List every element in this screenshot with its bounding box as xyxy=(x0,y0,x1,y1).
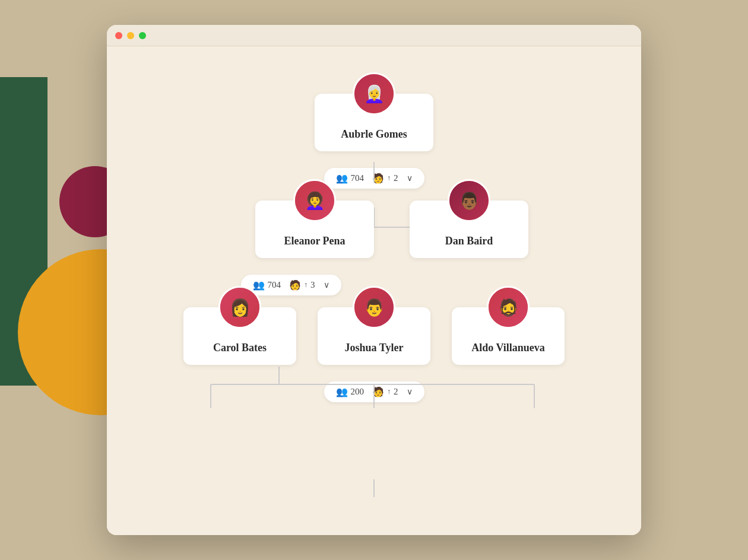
root-connector-row: 👥 704 🧑 ↑ 2 ∨ xyxy=(324,168,424,189)
avatar-joshua: 👨 xyxy=(353,286,395,329)
level3-people-icon: 👥 xyxy=(336,386,348,397)
row-level2: 👩‍🦱 Eleanor Pena 👨🏾 Dan Baird xyxy=(119,201,629,258)
person-card-dan[interactable]: 👨🏾 Dan Baird xyxy=(410,201,528,258)
people-icon: 👥 xyxy=(336,173,348,184)
titlebar xyxy=(107,25,641,46)
level2-direct-count-group: 🧑 ↑ 3 xyxy=(289,279,315,291)
avatar-aldo: 🧔 xyxy=(487,286,530,329)
level3-people-up-icon: 🧑 xyxy=(372,386,384,397)
people-up-icon: 🧑 xyxy=(372,173,384,184)
person-card-joshua[interactable]: 👨 Joshua Tyler xyxy=(318,307,430,365)
person-name-aubrle: Aubrle Gomes xyxy=(341,128,407,141)
minimize-button[interactable] xyxy=(127,32,134,39)
level3-team-count-group: 👥 200 xyxy=(336,386,365,397)
row-level3: 👩 Carol Bates 👨 Joshua Tyler 🧔 Aldo Vill… xyxy=(119,307,629,365)
level3-connector-row: 👥 200 🧑 ↑ 2 ∨ xyxy=(324,381,424,402)
level3-team-count: 200 xyxy=(351,387,365,397)
person-card-eleanor[interactable]: 👩‍🦱 Eleanor Pena xyxy=(255,201,374,258)
level2-team-count: 704 xyxy=(268,280,281,290)
person-card-aubrle[interactable]: 👩‍🦳 Aubrle Gomes xyxy=(315,94,433,151)
person-name-carol: Carol Bates xyxy=(213,342,267,354)
app-window: 👩‍🦳 Aubrle Gomes 👥 704 🧑 ↑ 2 ∨ xyxy=(107,25,641,535)
person-name-aldo: Aldo Villanueva xyxy=(471,342,545,354)
level3-direct-count-group: 🧑 ↑ 2 xyxy=(372,386,398,397)
person-card-aldo[interactable]: 🧔 Aldo Villanueva xyxy=(452,307,565,365)
level3-connector-chevron[interactable]: ∨ xyxy=(407,387,413,397)
level2-direct-count: 3 xyxy=(310,280,315,290)
avatar-carol: 👩 xyxy=(218,286,261,329)
avatar-dan: 👨🏾 xyxy=(448,179,490,222)
level2-people-up-icon: 🧑 xyxy=(289,279,301,291)
avatar-aubrle: 👩‍🦳 xyxy=(353,72,395,115)
row-root: 👩‍🦳 Aubrle Gomes xyxy=(119,94,629,151)
level2-connector-pill[interactable]: 👥 704 🧑 ↑ 3 ∨ xyxy=(241,275,341,295)
level2-team-count-group: 👥 704 xyxy=(253,279,281,291)
person-name-eleanor: Eleanor Pena xyxy=(284,235,345,247)
level2-connector-chevron[interactable]: ∨ xyxy=(324,280,329,290)
direct-count-group: 🧑 ↑ 2 xyxy=(372,173,398,184)
root-direct-count: 2 xyxy=(394,173,398,183)
level2-connector-row: 👥 704 🧑 ↑ 3 ∨ xyxy=(241,275,341,295)
level3-direct-count: 2 xyxy=(394,387,398,397)
root-team-count: 704 xyxy=(351,173,365,183)
org-chart-area: 👩‍🦳 Aubrle Gomes 👥 704 🧑 ↑ 2 ∨ xyxy=(107,46,641,535)
level3-connector-pill[interactable]: 👥 200 🧑 ↑ 2 ∨ xyxy=(324,381,424,402)
root-connector-pill[interactable]: 👥 704 🧑 ↑ 2 ∨ xyxy=(324,168,424,189)
person-card-carol[interactable]: 👩 Carol Bates xyxy=(183,307,296,365)
person-name-joshua: Joshua Tyler xyxy=(345,342,404,354)
level2-people-icon: 👥 xyxy=(253,279,265,291)
root-connector-chevron[interactable]: ∨ xyxy=(407,173,413,183)
maximize-button[interactable] xyxy=(139,32,146,39)
person-name-dan: Dan Baird xyxy=(445,235,493,247)
avatar-eleanor: 👩‍🦱 xyxy=(293,179,336,222)
team-count-group: 👥 704 xyxy=(336,173,365,184)
close-button[interactable] xyxy=(115,32,122,39)
